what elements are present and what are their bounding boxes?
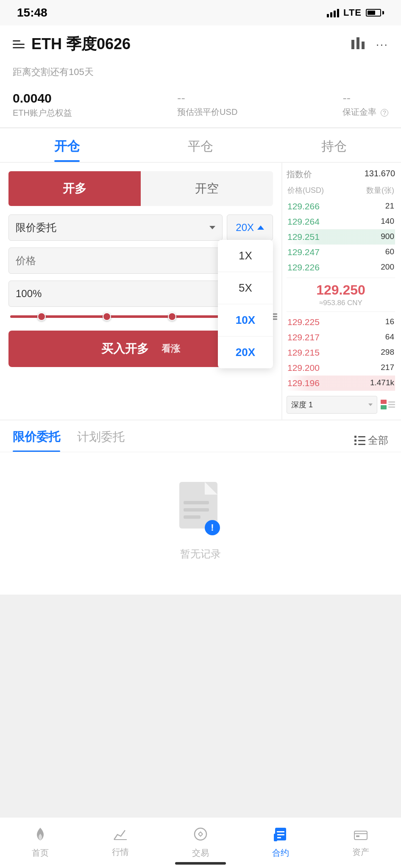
- bid-row-4[interactable]: 129.200 217: [287, 360, 395, 376]
- depth-view-toggle[interactable]: [381, 400, 395, 410]
- right-orderbook-panel: 指数价 131.670 价格(USD) 数量(张) 129.266 21 129…: [282, 163, 401, 420]
- empty-state: ! 暂无记录: [0, 452, 401, 595]
- index-price-row: 指数价 131.670: [287, 169, 395, 180]
- svg-rect-28: [356, 835, 359, 837]
- signal-icon: [327, 8, 339, 17]
- svg-rect-11: [358, 440, 365, 441]
- slider-thumb-1[interactable]: [37, 312, 46, 321]
- delivery-countdown: 距离交割还有105天: [13, 67, 94, 77]
- trade-icon: [193, 827, 208, 845]
- bid-row-2[interactable]: 129.217 64: [287, 330, 395, 345]
- order-type-select[interactable]: 限价委托: [8, 214, 223, 241]
- bottom-nav: 首页 行情 交易: [0, 817, 401, 868]
- nav-assets[interactable]: 资产: [321, 818, 401, 868]
- left-trading-panel: 开多 开空 限价委托 20X 1X 5X 10X: [0, 163, 281, 420]
- ask-row-3[interactable]: 129.251 900: [287, 229, 395, 245]
- status-time: 15:48: [17, 6, 47, 19]
- svg-rect-16: [184, 508, 209, 512]
- leverage-select[interactable]: 20X: [227, 214, 273, 241]
- network-label: LTE: [343, 7, 362, 18]
- bid-row-5[interactable]: 129.196 1.471k: [287, 376, 395, 391]
- market-chart-icon: [113, 828, 128, 844]
- nav-trade[interactable]: 交易: [160, 818, 240, 868]
- ask-row-4[interactable]: 129.247 60: [287, 245, 395, 260]
- eth-equity-label: ETH账户总权益: [13, 107, 72, 119]
- page-title: ETH 季度0626: [31, 34, 131, 55]
- current-price-block: 129.250 ≈953.86 CNY: [287, 278, 395, 312]
- slider-thumb-3[interactable]: [168, 312, 176, 321]
- open-long-button[interactable]: 开多: [8, 171, 141, 206]
- tab-close-position[interactable]: 平仓: [134, 128, 267, 162]
- svg-rect-4: [381, 405, 387, 409]
- eth-equity-item: 0.0040 ETH账户总权益: [13, 91, 72, 119]
- index-price-value: 131.670: [365, 169, 395, 180]
- header-actions: ···: [351, 36, 388, 52]
- depth-select[interactable]: 深度 1: [287, 396, 377, 414]
- margin-rate-item: -- 保证金率 ?: [343, 91, 388, 118]
- svg-rect-26: [274, 834, 277, 841]
- svg-rect-7: [388, 406, 395, 408]
- current-price-cny: ≈953.86 CNY: [287, 299, 395, 307]
- svg-rect-24: [277, 834, 284, 835]
- leverage-option-20x[interactable]: 20X: [218, 337, 273, 368]
- contract-icon: [274, 827, 287, 845]
- tab-plan-order[interactable]: 计划委托: [77, 429, 125, 452]
- flame-icon: [33, 827, 47, 845]
- nav-contract[interactable]: 合约: [241, 818, 321, 868]
- index-price-label: 指数价: [287, 169, 312, 180]
- leverage-dropdown: 1X 5X 10X 20X: [218, 240, 273, 368]
- battery-icon: [366, 9, 384, 17]
- svg-rect-12: [354, 443, 356, 445]
- leverage-option-5x[interactable]: 5X: [218, 272, 273, 304]
- bid-row-3[interactable]: 129.215 298: [287, 345, 395, 360]
- svg-rect-8: [354, 436, 356, 438]
- leverage-option-10x[interactable]: 10X: [218, 304, 273, 337]
- view-all-orders[interactable]: 全部: [354, 434, 388, 447]
- price-header: 价格(USD): [287, 185, 324, 195]
- empty-icon: !: [175, 478, 226, 539]
- ask-row-1[interactable]: 129.266 21: [287, 199, 395, 214]
- slider-thumb-2[interactable]: [103, 312, 111, 321]
- stats-row: 0.0040 ETH账户总权益 -- 预估强平价USD -- 保证金率 ?: [0, 84, 401, 128]
- empty-document-icon: !: [175, 478, 226, 537]
- nav-home-label: 首页: [32, 847, 49, 859]
- svg-text:!: !: [211, 522, 214, 533]
- svg-rect-10: [354, 440, 356, 442]
- menu-icon[interactable]: [13, 40, 25, 48]
- nav-home[interactable]: 首页: [0, 818, 80, 868]
- tab-limit-order[interactable]: 限价委托: [13, 429, 60, 452]
- nav-contract-label: 合约: [272, 847, 289, 859]
- main-tab-row: 开仓 平仓 持仓: [0, 128, 401, 162]
- svg-rect-13: [358, 444, 365, 445]
- ask-row-2[interactable]: 129.264 140: [287, 214, 395, 229]
- bid-row-1[interactable]: 129.225 16: [287, 314, 395, 330]
- list-icon: [354, 436, 365, 445]
- empty-text: 暂无记录: [180, 547, 221, 561]
- force-liq-item: -- 预估强平价USD: [177, 91, 237, 118]
- more-menu-icon[interactable]: ···: [376, 38, 388, 51]
- nav-market-label: 行情: [112, 846, 129, 858]
- svg-rect-15: [184, 501, 209, 504]
- tab-holdings[interactable]: 持仓: [267, 128, 401, 162]
- svg-rect-25: [277, 837, 281, 838]
- subtitle-bar: 距离交割还有105天: [0, 63, 401, 84]
- leverage-option-1x[interactable]: 1X: [218, 240, 273, 272]
- depth-chart-icon[interactable]: [381, 400, 395, 410]
- status-icons: LTE: [327, 7, 384, 18]
- nav-market[interactable]: 行情: [80, 818, 160, 868]
- nav-trade-label: 交易: [192, 847, 209, 859]
- buy-tag: 看涨: [162, 342, 180, 355]
- margin-rate-label: 保证金率 ?: [343, 106, 388, 118]
- status-bar: 15:48 LTE: [0, 0, 401, 25]
- svg-rect-5: [388, 401, 395, 403]
- open-short-button[interactable]: 开空: [141, 171, 273, 206]
- svg-rect-0: [351, 40, 354, 49]
- tab-open-position[interactable]: 开仓: [0, 128, 134, 162]
- current-price: 129.250: [287, 282, 395, 298]
- order-type-row: 限价委托 20X 1X 5X 10X 20X: [8, 214, 273, 241]
- ask-row-5[interactable]: 129.226 200: [287, 260, 395, 275]
- header-left: ETH 季度0626: [13, 34, 131, 55]
- action-buttons: 开多 开空: [8, 171, 273, 206]
- order-tab-row: 限价委托 计划委托 全部: [0, 420, 401, 452]
- chart-icon[interactable]: [351, 36, 366, 52]
